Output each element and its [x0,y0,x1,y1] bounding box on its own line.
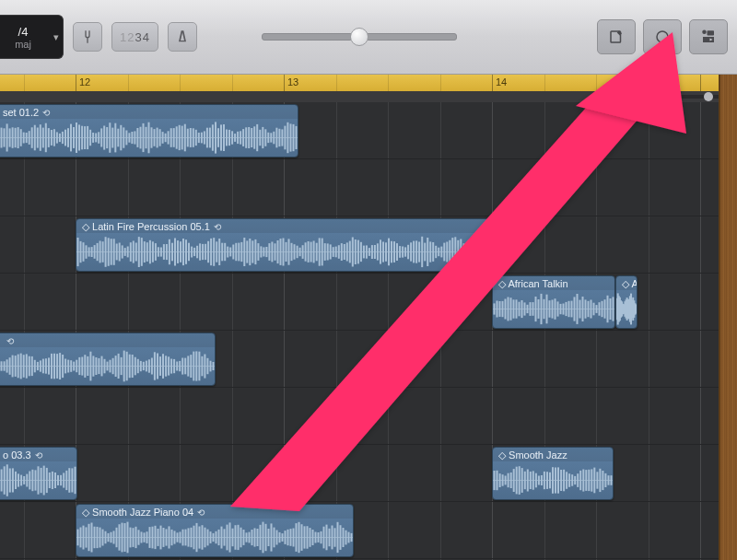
notepad-button[interactable] [597,19,636,54]
svg-rect-549 [260,525,262,550]
waveform [616,290,637,328]
svg-rect-349 [48,357,50,374]
chevron-down-icon[interactable]: ▾ [53,31,59,43]
svg-rect-388 [157,354,158,379]
svg-rect-387 [154,352,156,379]
svg-rect-22 [45,123,47,153]
count-in-button[interactable]: 1234 [111,22,158,52]
svg-rect-118 [88,247,90,256]
waveform [493,461,613,499]
svg-rect-450 [524,472,526,489]
svg-rect-171 [235,243,237,261]
metronome-icon [175,29,190,44]
svg-rect-497 [116,528,118,547]
svg-rect-16 [29,131,30,145]
tracks-area[interactable]: set 01.2⟲◇ Latin Fire Percussion 05.1⟲◇ … [0,102,737,560]
svg-rect-268 [502,301,504,317]
svg-rect-145 [163,244,165,260]
svg-rect-67 [170,128,172,147]
svg-rect-271 [510,298,512,321]
svg-rect-197 [308,241,310,262]
svg-point-2 [702,30,707,35]
svg-rect-472 [585,470,587,491]
region-label: set 01.2 [3,107,39,118]
svg-rect-98 [256,124,258,151]
slider-thumb[interactable] [350,28,368,46]
svg-rect-423 [35,470,37,490]
svg-rect-341 [26,354,28,378]
svg-rect-223 [380,239,381,263]
svg-rect-290 [563,304,565,315]
audio-region[interactable]: ◇ A [615,275,638,329]
svg-rect-76 [195,130,197,146]
svg-rect-93 [242,129,244,146]
svg-rect-383 [143,362,145,370]
svg-rect-437 [75,467,76,495]
svg-rect-284 [546,295,548,324]
svg-rect-89 [231,131,233,144]
svg-rect-191 [291,243,293,261]
audio-region[interactable]: ◇ Smooth Jazz Piano 04⟲ [76,504,354,557]
svg-rect-538 [229,522,231,552]
lcd-display[interactable]: /4 maj ▾ [0,15,64,59]
svg-rect-443 [505,476,507,485]
audio-region[interactable]: set 01.2⟲ [0,104,298,158]
svg-rect-71 [181,126,183,150]
svg-rect-212 [349,241,351,263]
svg-rect-39 [92,133,94,143]
svg-rect-85 [220,124,222,150]
svg-rect-370 [107,362,109,371]
audio-region[interactable]: ◇ African Talkin [492,275,615,329]
svg-rect-336 [12,356,14,378]
svg-rect-295 [577,294,579,324]
svg-rect-164 [216,241,217,262]
svg-rect-125 [108,238,110,266]
audio-region[interactable]: ⟲ [0,332,216,386]
svg-rect-542 [240,528,242,548]
zoom-thumb[interactable] [704,92,713,101]
media-browser-button[interactable] [689,19,728,54]
svg-rect-306 [607,296,609,322]
svg-rect-556 [279,532,281,542]
svg-rect-254 [465,245,467,260]
svg-rect-496 [113,531,115,543]
audio-region[interactable]: ◇ Latin Fire Percussion 05.1⟲ [76,218,494,272]
svg-rect-344 [34,360,36,373]
svg-rect-205 [330,244,332,259]
svg-rect-68 [173,128,175,147]
timeline-ruler[interactable]: 121314 [0,75,720,92]
svg-rect-255 [468,243,470,260]
svg-rect-375 [121,357,123,375]
bar-number: 13 [284,76,298,88]
svg-rect-247 [446,242,448,262]
svg-rect-32 [73,127,75,148]
svg-rect-440 [497,471,498,490]
tuner-button[interactable] [73,22,102,52]
master-volume-slider[interactable] [262,33,457,41]
svg-rect-544 [246,532,248,542]
svg-rect-181 [263,247,264,256]
audio-region[interactable]: ◇ Smooth Jazz [492,447,614,500]
horizontal-zoom-slider[interactable] [639,92,713,101]
svg-rect-149 [174,239,176,266]
svg-rect-241 [429,241,431,262]
svg-rect-218 [366,245,368,258]
svg-rect-176 [249,239,251,265]
media-icon [699,29,718,45]
svg-rect-581 [348,532,350,543]
svg-rect-366 [95,357,97,375]
svg-rect-329 [636,305,638,314]
svg-rect-244 [438,248,439,257]
lcd-key: maj [15,39,31,50]
metronome-button[interactable] [168,22,197,52]
svg-rect-487 [88,524,90,551]
svg-rect-48 [117,129,119,147]
svg-rect-489 [94,527,96,549]
top-toolbar: /4 maj ▾ 1234 [0,0,737,75]
svg-rect-55 [136,128,138,147]
loop-browser-button[interactable] [643,19,682,54]
svg-rect-396 [179,361,181,371]
region-header: o 03.3⟲ [0,448,76,461]
audio-region[interactable]: o 03.3⟲ [0,447,77,500]
svg-rect-376 [123,351,125,382]
